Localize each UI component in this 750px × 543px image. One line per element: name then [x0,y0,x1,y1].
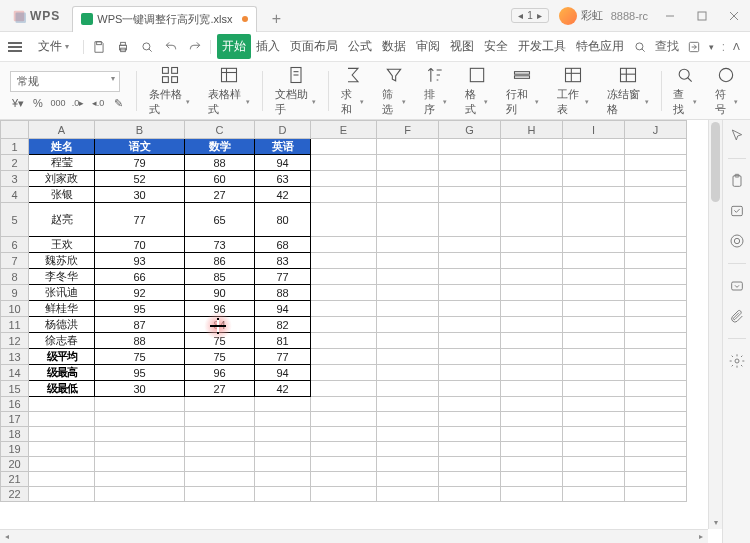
properties-icon[interactable] [729,233,745,249]
sheet-grid[interactable]: ABCDEFGHIJ1姓名语文数学英语2程莹7988943刘家政5260634张… [0,120,722,543]
tab-pager[interactable]: ◂1▸ [511,8,549,23]
name-cell[interactable]: 李冬华 [29,269,95,285]
col-header[interactable]: B [95,121,185,139]
row-header[interactable]: 18 [1,427,29,442]
worksheet-button[interactable]: 工作表 [551,65,595,117]
data-cell[interactable]: 95 [95,301,185,317]
data-cell[interactable]: 63 [255,171,311,187]
task-icon[interactable] [729,203,745,219]
row-header[interactable]: 16 [1,397,29,412]
name-cell[interactable]: 刘家政 [29,171,95,187]
sort-button[interactable]: 排序 [418,65,453,117]
horizontal-scrollbar[interactable]: ◂▸ [0,529,708,543]
data-cell[interactable]: 77 [95,203,185,237]
col-header[interactable]: D [255,121,311,139]
file-tab[interactable]: WPS一键调整行高列宽.xlsx [72,6,257,32]
name-cell[interactable]: 级最低 [29,381,95,397]
data-cell[interactable]: 30 [95,187,185,203]
data-cell[interactable]: 83 [255,253,311,269]
data-cell[interactable]: 27 [185,187,255,203]
data-cell[interactable]: 96 [185,301,255,317]
symbol-button[interactable]: 符号 [709,65,744,117]
table-header-cell[interactable]: 英语 [255,139,311,155]
data-cell[interactable]: 66 [95,269,185,285]
settings-icon[interactable] [729,353,745,369]
data-cell[interactable]: 85 [185,269,255,285]
name-cell[interactable]: 杨德洪 [29,317,95,333]
avatar[interactable] [559,7,577,25]
name-cell[interactable]: 张讯迪 [29,285,95,301]
filter-button[interactable]: 筛选 [376,65,411,117]
row-header[interactable]: 17 [1,412,29,427]
table-header-cell[interactable]: 语文 [95,139,185,155]
row-header[interactable]: 15 [1,381,29,397]
find-button[interactable]: 查找 [667,65,702,117]
menu-tab-9[interactable]: 特色应用 [571,34,629,59]
print-preview-icon[interactable] [140,40,154,54]
data-cell[interactable]: 30 [95,381,185,397]
col-header[interactable]: H [501,121,563,139]
save-icon[interactable] [92,40,106,54]
format-button[interactable]: 格式 [459,65,494,117]
data-cell[interactable]: 75 [95,349,185,365]
search-label[interactable]: 查找 [655,38,679,55]
row-header[interactable]: 3 [1,171,29,187]
format-painter-icon[interactable]: ✎ [110,96,126,110]
data-cell[interactable]: 87 [95,317,185,333]
row-header[interactable]: 6 [1,237,29,253]
redo-icon[interactable] [188,40,202,54]
name-cell[interactable]: 张银 [29,187,95,203]
rowcol-button[interactable]: 行和列 [500,65,544,117]
row-header[interactable]: 19 [1,442,29,457]
name-cell[interactable]: 魏苏欣 [29,253,95,269]
attachment-icon[interactable] [729,308,745,324]
menu-tab-6[interactable]: 视图 [445,34,479,59]
menu-tab-8[interactable]: 开发工具 [513,34,571,59]
data-cell[interactable]: 88 [95,333,185,349]
menu-tab-7[interactable]: 安全 [479,34,513,59]
menu-tab-0[interactable]: 开始 [217,34,251,59]
col-header[interactable]: E [311,121,377,139]
name-cell[interactable]: 徐志春 [29,333,95,349]
comma-icon[interactable]: 000 [50,96,66,110]
maximize-button[interactable] [686,0,718,32]
currency-icon[interactable]: ¥▾ [10,96,26,110]
row-header[interactable]: 10 [1,301,29,317]
name-cell[interactable]: 鲜桂华 [29,301,95,317]
data-cell[interactable]: 81 [255,333,311,349]
menu-tab-2[interactable]: 页面布局 [285,34,343,59]
sum-button[interactable]: 求和 [335,65,370,117]
backup-icon[interactable] [729,278,745,294]
menu-tab-5[interactable]: 审阅 [411,34,445,59]
row-header[interactable]: 22 [1,487,29,502]
row-header[interactable]: 8 [1,269,29,285]
col-header[interactable]: J [625,121,687,139]
row-header[interactable]: 2 [1,155,29,171]
data-cell[interactable]: 88 [255,285,311,301]
freeze-button[interactable]: 冻结窗格 [601,65,655,117]
new-tab-button[interactable]: + [263,6,289,32]
col-header[interactable]: C [185,121,255,139]
data-cell[interactable]: 90 [185,285,255,301]
data-cell[interactable]: 80 [255,203,311,237]
percent-icon[interactable]: % [30,96,46,110]
minimize-button[interactable] [654,0,686,32]
row-header[interactable]: 11 [1,317,29,333]
vertical-scrollbar[interactable]: ▾ [708,120,722,529]
name-cell[interactable]: 程莹 [29,155,95,171]
col-header[interactable]: I [563,121,625,139]
col-header[interactable]: G [439,121,501,139]
data-cell[interactable]: 94 [255,301,311,317]
clipboard-icon[interactable] [729,173,745,189]
data-cell[interactable]: 84 [185,317,255,333]
doc-helper-button[interactable]: 文档助手 [269,65,323,117]
undo-icon[interactable] [164,40,178,54]
data-cell[interactable]: 27 [185,381,255,397]
data-cell[interactable]: 42 [255,381,311,397]
data-cell[interactable]: 94 [255,365,311,381]
data-cell[interactable]: 88 [185,155,255,171]
data-cell[interactable]: 93 [95,253,185,269]
name-cell[interactable]: 王欢 [29,237,95,253]
menu-tab-1[interactable]: 插入 [251,34,285,59]
data-cell[interactable]: 82 [255,317,311,333]
